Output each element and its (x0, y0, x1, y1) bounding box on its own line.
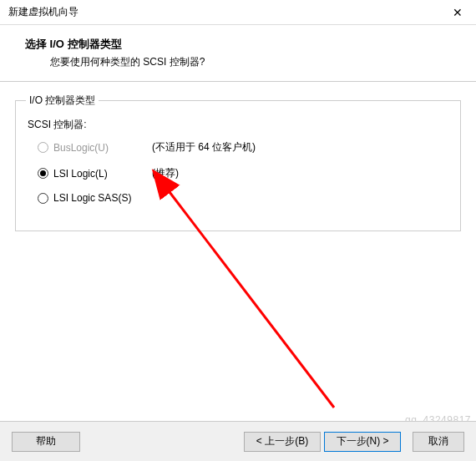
radio-icon (38, 193, 48, 204)
titlebar: 新建虚拟机向导 ✕ (0, 0, 476, 25)
option-label: BusLogic(U) (53, 142, 145, 154)
content-area: I/O 控制器类型 SCSI 控制器: BusLogic(U) (不适用于 64… (0, 82, 476, 409)
help-button[interactable]: 帮助 (12, 432, 80, 452)
radio-icon (38, 168, 48, 179)
back-button[interactable]: < 上一步(B) (244, 432, 321, 452)
page-title: 选择 I/O 控制器类型 (25, 37, 476, 52)
option-note: (不适用于 64 位客户机) (152, 140, 256, 155)
option-note: (推荐) (152, 166, 179, 180)
close-icon: ✕ (453, 6, 463, 19)
next-button[interactable]: 下一步(N) > (324, 432, 401, 452)
scsi-label: SCSI 控制器: (28, 118, 450, 132)
option-label: LSI Logic(L) (53, 168, 145, 180)
radio-option-lsi-logic[interactable]: LSI Logic(L) (推荐) (38, 166, 450, 180)
cancel-button[interactable]: 取消 (413, 432, 464, 452)
page-subtitle: 您要使用何种类型的 SCSI 控制器? (25, 55, 476, 69)
window-title: 新建虚拟机向导 (8, 5, 438, 19)
radio-option-lsi-logic-sas[interactable]: LSI Logic SAS(S) (38, 192, 450, 204)
option-label: LSI Logic SAS(S) (53, 192, 145, 204)
io-controller-group: I/O 控制器类型 SCSI 控制器: BusLogic(U) (不适用于 64… (15, 94, 461, 231)
wizard-footer: 帮助 < 上一步(B) 下一步(N) > 取消 (0, 421, 476, 461)
group-legend: I/O 控制器类型 (26, 94, 99, 108)
wizard-header: 选择 I/O 控制器类型 您要使用何种类型的 SCSI 控制器? (0, 25, 476, 82)
radio-option-buslogic: BusLogic(U) (不适用于 64 位客户机) (38, 140, 450, 155)
radio-icon (38, 142, 48, 153)
close-button[interactable]: ✕ (438, 0, 476, 25)
